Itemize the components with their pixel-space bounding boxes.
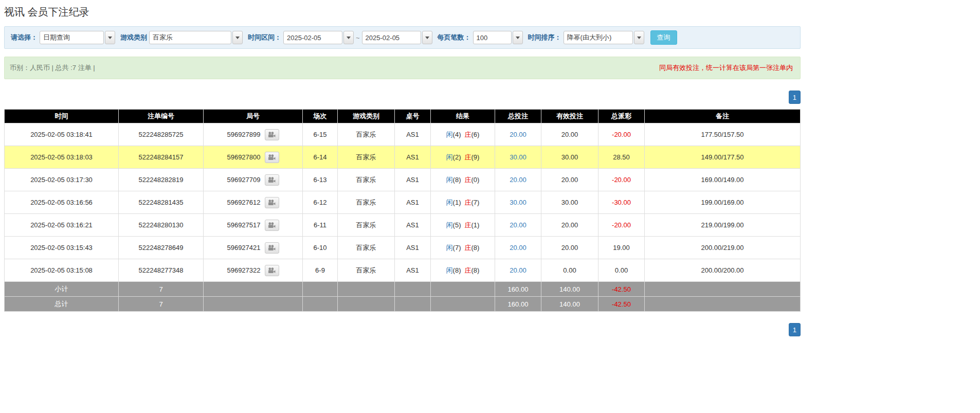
empty-cell bbox=[431, 282, 495, 297]
cell-valid-bet: 20.00 bbox=[541, 237, 598, 259]
video-replay-button[interactable] bbox=[265, 129, 279, 140]
date-to-input[interactable] bbox=[362, 31, 421, 44]
video-camera-icon bbox=[268, 154, 276, 160]
total-bet-link[interactable]: 20.00 bbox=[510, 244, 527, 252]
cell-note: 219.00/199.00 bbox=[645, 214, 801, 237]
range-separator: ~ bbox=[356, 34, 360, 42]
subtotal-count: 7 bbox=[119, 282, 204, 297]
select-label: 请选择： bbox=[11, 33, 38, 42]
sort-order-combobox bbox=[564, 31, 644, 44]
video-replay-button[interactable] bbox=[265, 197, 279, 208]
query-type-dropdown-button[interactable] bbox=[105, 31, 115, 44]
date-from-dropdown-button[interactable] bbox=[343, 31, 354, 44]
total-bet-link[interactable]: 20.00 bbox=[510, 221, 527, 229]
sort-order-input[interactable] bbox=[564, 31, 633, 44]
filter-bar: 请选择： 游戏类别 时间区间： ~ 每页笔数： 时间排序： bbox=[4, 26, 801, 49]
page-title: 视讯 会员下注纪录 bbox=[4, 5, 801, 19]
page-size-dropdown-button[interactable] bbox=[513, 31, 523, 44]
game-type-input[interactable] bbox=[149, 31, 231, 44]
pagination-bottom: 1 bbox=[4, 323, 801, 336]
page-1-button[interactable]: 1 bbox=[789, 323, 801, 336]
banker-result-label: 庄 bbox=[465, 244, 471, 252]
cell-time: 2025-02-05 03:17:30 bbox=[5, 169, 119, 191]
cell-session: 6-15 bbox=[303, 123, 338, 146]
date-from-combobox bbox=[283, 31, 354, 44]
cell-result: 闲(2)庄(9) bbox=[431, 146, 495, 169]
banker-result-count: (0) bbox=[471, 176, 480, 184]
query-type-input[interactable] bbox=[40, 31, 104, 44]
player-result-label: 闲 bbox=[446, 199, 453, 206]
video-replay-button[interactable] bbox=[265, 152, 279, 163]
cell-payout: 19.00 bbox=[598, 237, 645, 259]
player-result-count: (5) bbox=[453, 221, 461, 229]
cell-game-type: 百家乐 bbox=[338, 146, 395, 169]
table-row: 2025-02-05 03:15:43 522248278649 5969274… bbox=[5, 237, 801, 259]
header-valid-bet: 有效投注 bbox=[541, 110, 598, 123]
cell-table-no: AS1 bbox=[395, 146, 431, 169]
cell-bet-id: 522248278649 bbox=[119, 237, 204, 259]
query-type-combobox bbox=[40, 31, 115, 44]
player-result-count: (8) bbox=[453, 176, 461, 184]
video-camera-icon bbox=[268, 177, 276, 183]
game-type-dropdown-button[interactable] bbox=[232, 31, 243, 44]
cell-round-id: 596927709 bbox=[204, 169, 303, 191]
header-table-no: 桌号 bbox=[395, 110, 431, 123]
banker-result-count: (9) bbox=[471, 153, 480, 161]
cell-session: 6-9 bbox=[303, 259, 338, 282]
empty-cell bbox=[338, 282, 395, 297]
cell-game-type: 百家乐 bbox=[338, 169, 395, 191]
header-session: 场次 bbox=[303, 110, 338, 123]
search-button[interactable]: 查询 bbox=[650, 30, 677, 45]
cell-table-no: AS1 bbox=[395, 169, 431, 191]
player-result-count: (4) bbox=[453, 131, 461, 138]
cell-session: 6-12 bbox=[303, 191, 338, 214]
cell-note: 199.00/169.00 bbox=[645, 191, 801, 214]
cell-total-bet: 20.00 bbox=[495, 237, 541, 259]
table-row: 2025-02-05 03:16:56 522248281435 5969276… bbox=[5, 191, 801, 214]
total-bet-link[interactable]: 20.00 bbox=[510, 131, 527, 138]
video-replay-button[interactable] bbox=[265, 174, 279, 186]
cell-total-bet: 30.00 bbox=[495, 146, 541, 169]
chevron-down-icon bbox=[235, 37, 240, 39]
cell-valid-bet: 20.00 bbox=[541, 123, 598, 146]
cell-round-id: 596927322 bbox=[204, 259, 303, 282]
banker-result-label: 庄 bbox=[465, 131, 471, 138]
date-from-input[interactable] bbox=[283, 31, 342, 44]
video-camera-icon bbox=[268, 267, 276, 274]
round-number: 596927612 bbox=[227, 199, 260, 206]
date-to-dropdown-button[interactable] bbox=[422, 31, 432, 44]
player-result-label: 闲 bbox=[446, 266, 453, 274]
video-replay-button[interactable] bbox=[265, 242, 279, 254]
cell-payout: -30.00 bbox=[598, 191, 645, 214]
summary-bar: 币别：人民币 | 总共 :7 注单 | 同局有效投注，统一计算在该局第一张注单内 bbox=[4, 57, 801, 79]
total-bet-link[interactable]: 20.00 bbox=[510, 176, 527, 184]
page-size-label: 每页笔数： bbox=[438, 33, 471, 42]
banker-result-label: 庄 bbox=[465, 266, 471, 274]
header-result: 结果 bbox=[431, 110, 495, 123]
video-replay-button[interactable] bbox=[265, 220, 279, 231]
video-replay-button[interactable] bbox=[265, 265, 279, 276]
sort-order-dropdown-button[interactable] bbox=[634, 31, 644, 44]
banker-result-label: 庄 bbox=[465, 153, 471, 161]
table-row: 2025-02-05 03:15:08 522248277348 5969273… bbox=[5, 259, 801, 282]
cell-time: 2025-02-05 03:18:41 bbox=[5, 123, 119, 146]
player-result-count: (1) bbox=[453, 199, 461, 206]
video-camera-icon bbox=[268, 132, 276, 138]
cell-result: 闲(4)庄(6) bbox=[431, 123, 495, 146]
total-bet-link[interactable]: 20.00 bbox=[510, 266, 527, 274]
total-bet-link[interactable]: 30.00 bbox=[510, 199, 527, 206]
cell-bet-id: 522248280130 bbox=[119, 214, 204, 237]
cell-total-bet: 30.00 bbox=[495, 191, 541, 214]
summary-info-text: 币别：人民币 | 总共 :7 注单 | bbox=[10, 63, 95, 73]
table-header-row: 时间 注单编号 局号 场次 游戏类别 桌号 结果 总投注 有效投注 总派彩 备注 bbox=[5, 110, 801, 123]
page-1-button[interactable]: 1 bbox=[789, 91, 801, 104]
empty-cell bbox=[395, 297, 431, 312]
page-size-input[interactable] bbox=[473, 31, 512, 44]
chevron-down-icon bbox=[347, 37, 351, 39]
total-bet-link[interactable]: 30.00 bbox=[510, 153, 527, 161]
player-result-label: 闲 bbox=[446, 153, 453, 161]
cell-game-type: 百家乐 bbox=[338, 214, 395, 237]
cell-session: 6-13 bbox=[303, 169, 338, 191]
summary-notice-text: 同局有效投注，统一计算在该局第一张注单内 bbox=[659, 63, 795, 73]
subtotal-row: 小计 7 160.00 140.00 -42.50 bbox=[5, 282, 801, 297]
